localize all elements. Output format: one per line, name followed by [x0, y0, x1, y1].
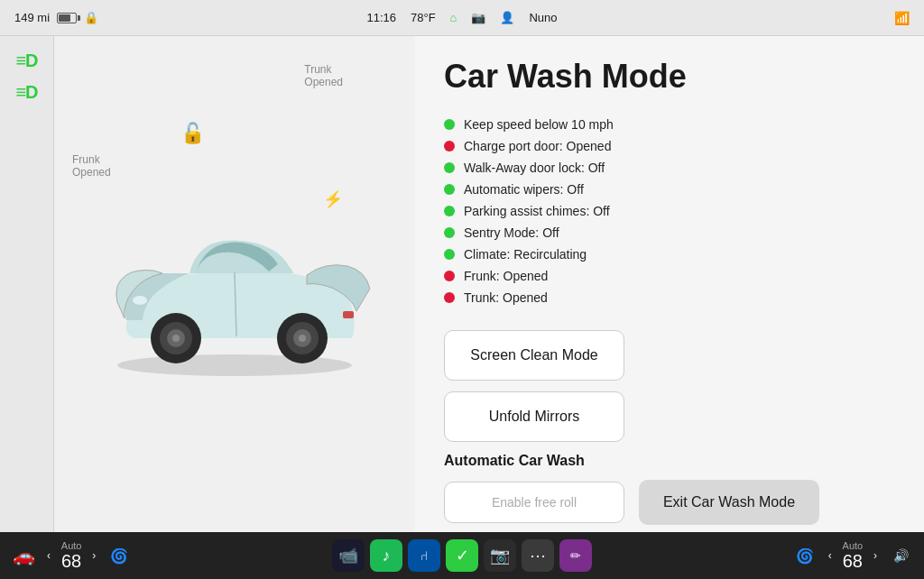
- app-camera-icon[interactable]: 📹: [332, 539, 365, 572]
- right-arrow-right[interactable]: ›: [872, 549, 879, 562]
- auto-wash-title: Automatic Car Wash: [444, 453, 895, 469]
- status-dot: [444, 206, 455, 216]
- status-item: Charge port door: Opened: [444, 135, 895, 157]
- left-arrow-right[interactable]: ›: [90, 549, 97, 562]
- app-cam-icon[interactable]: 📷: [484, 539, 516, 572]
- status-item-text: Frunk: Opened: [464, 269, 548, 283]
- app-purple-icon[interactable]: ✏: [559, 539, 592, 572]
- status-dot: [444, 162, 455, 173]
- status-item: Walk-Away door lock: Off: [444, 157, 895, 179]
- app-spotify-icon[interactable]: ♪: [370, 539, 402, 572]
- wifi-icon: 📶: [894, 11, 910, 25]
- frunk-label: Frunk Opened: [72, 153, 111, 179]
- status-dot: [444, 227, 455, 238]
- right-temp: 68: [839, 551, 866, 571]
- status-dot: [444, 119, 455, 130]
- car-illustration: [90, 185, 379, 383]
- right-temp-group: Auto 68: [839, 540, 866, 572]
- status-bar-left: 149 mi 🔒: [14, 11, 98, 24]
- enable-free-roll-input[interactable]: Enable free roll: [444, 482, 624, 523]
- status-item: Keep speed below 10 mph: [444, 114, 895, 135]
- taskbar-right-group: 🌀 ‹ Auto 68 › 🔊: [789, 539, 917, 572]
- status-item-text: Walk-Away door lock: Off: [464, 161, 605, 175]
- svg-point-8: [299, 335, 306, 342]
- camera-icon: 📷: [471, 11, 485, 24]
- screen-clean-mode-button[interactable]: Screen Clean Mode: [444, 330, 624, 381]
- status-item-text: Parking assist chimes: Off: [464, 204, 610, 218]
- unfold-mirrors-button[interactable]: Unfold Mirrors: [444, 391, 624, 442]
- car-taskbar-icon[interactable]: 🚗: [7, 539, 40, 572]
- svg-point-4: [172, 335, 180, 342]
- user-name: Nuno: [529, 11, 557, 24]
- battery-body: [57, 13, 77, 23]
- left-arrow-left[interactable]: ‹: [45, 549, 52, 562]
- svg-rect-11: [343, 311, 354, 318]
- sidebar-icon-1[interactable]: ≡D: [15, 51, 37, 71]
- auto-label-left: Auto: [58, 540, 85, 551]
- app-check-icon[interactable]: ✓: [446, 539, 478, 572]
- car-area: Trunk Opened Frunk Opened 🔓 ⚡: [54, 36, 415, 532]
- status-dot: [444, 249, 455, 260]
- mileage: 149 mi: [14, 11, 50, 24]
- main-area: ≡D ≡D Trunk Opened Frunk Opened 🔓 ⚡: [0, 36, 924, 532]
- right-arrow-left[interactable]: ‹: [827, 549, 834, 562]
- left-temp: 68: [58, 551, 85, 571]
- user-icon: 👤: [500, 11, 514, 24]
- sidebar: ≡D ≡D: [0, 36, 54, 532]
- status-dot: [444, 141, 455, 152]
- taskbar: 🚗 ‹ Auto 68 › 🌀 📹 ♪ ⑁ ✓ 📷 ⋯ ✏ 🌀 ‹ Auto 6…: [0, 532, 924, 579]
- status-list: Keep speed below 10 mphCharge port door:…: [444, 114, 895, 308]
- exit-car-wash-mode-button[interactable]: Exit Car Wash Mode: [639, 480, 819, 525]
- status-bar-center: 11:16 78°F ⌂ 📷 👤 Nuno: [366, 11, 557, 24]
- status-item-text: Keep speed below 10 mph: [464, 117, 614, 132]
- svg-point-10: [133, 296, 147, 305]
- right-panel: Car Wash Mode Keep speed below 10 mphCha…: [415, 36, 924, 532]
- status-item-text: Sentry Mode: Off: [464, 225, 559, 240]
- time-display: 11:16: [366, 11, 396, 24]
- lock-status-icon: 🔒: [84, 11, 98, 24]
- fan-icon[interactable]: 🌀: [103, 539, 135, 572]
- status-dot: [444, 184, 455, 195]
- auto-wash-row: Enable free roll Exit Car Wash Mode: [444, 480, 895, 525]
- taskbar-left-group: 🚗 ‹ Auto 68 › 🌀: [7, 539, 135, 572]
- status-item-text: Climate: Recirculating: [464, 247, 587, 262]
- right-fan-icon[interactable]: 🌀: [789, 539, 821, 572]
- temperature-display: 78°F: [411, 11, 436, 24]
- app-bluetooth-icon[interactable]: ⑁: [408, 539, 440, 572]
- volume-icon[interactable]: 🔊: [884, 539, 917, 572]
- auto-label-right: Auto: [839, 540, 866, 551]
- taskbar-center-group: 📹 ♪ ⑁ ✓ 📷 ⋯ ✏: [332, 539, 592, 572]
- status-item: Climate: Recirculating: [444, 244, 895, 265]
- sidebar-icon-2[interactable]: ≡D: [15, 82, 37, 103]
- status-bar-right: 📶: [894, 11, 910, 25]
- status-item: Sentry Mode: Off: [444, 222, 895, 244]
- left-temp-group: Auto 68: [58, 540, 85, 572]
- lock-open-icon: 🔓: [180, 122, 205, 145]
- lightning-icon: ⚡: [323, 189, 343, 209]
- status-item-text: Automatic wipers: Off: [464, 182, 584, 197]
- status-item-text: Trunk: Opened: [464, 290, 548, 305]
- status-item: Parking assist chimes: Off: [444, 200, 895, 222]
- page-title: Car Wash Mode: [444, 58, 895, 96]
- status-dot: [444, 292, 455, 303]
- auto-wash-section: Automatic Car Wash Enable free roll Exit…: [444, 453, 895, 532]
- status-dot: [444, 271, 455, 281]
- app-more-icon[interactable]: ⋯: [522, 539, 554, 572]
- trunk-label: Trunk Opened: [304, 63, 343, 88]
- battery-fill: [59, 14, 70, 22]
- status-bar: 149 mi 🔒 11:16 78°F ⌂ 📷 👤 Nuno 📶: [0, 0, 924, 36]
- status-item-text: Charge port door: Opened: [464, 139, 611, 153]
- battery-icon: [57, 13, 77, 23]
- status-item: Trunk: Opened: [444, 287, 895, 308]
- home-icon: ⌂: [450, 11, 457, 24]
- status-item: Automatic wipers: Off: [444, 179, 895, 200]
- status-item: Frunk: Opened: [444, 265, 895, 287]
